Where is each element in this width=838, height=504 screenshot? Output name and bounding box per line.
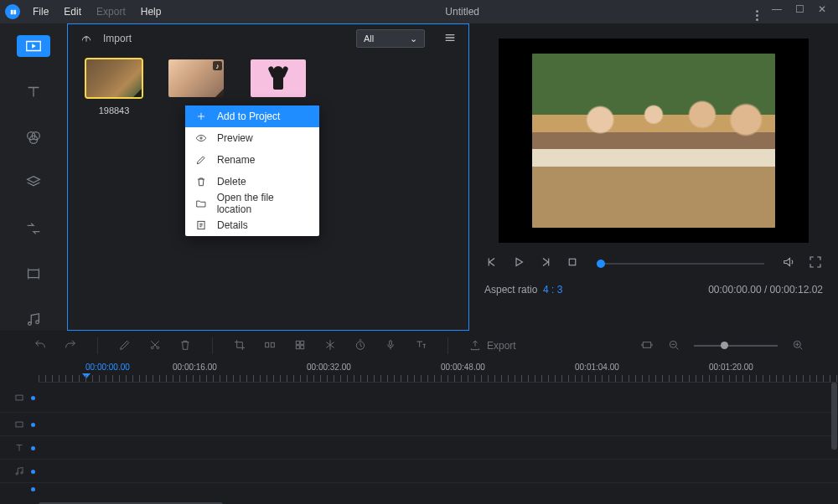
sidebar-filters[interactable] <box>17 126 50 148</box>
preview-pane: Aspect ratio 4 : 3 00:00:00.00 / 00:00:1… <box>469 23 838 331</box>
svg-rect-13 <box>266 342 269 347</box>
play-button[interactable] <box>511 255 526 272</box>
timeline: 00:00:00.00 00:00:16.00 00:00:32.00 00:0… <box>0 361 838 504</box>
export-button[interactable]: Export <box>468 339 516 352</box>
sidebar-elements[interactable] <box>17 263 50 285</box>
split-button[interactable] <box>263 338 277 354</box>
volume-button[interactable] <box>781 255 796 272</box>
prev-frame-button[interactable] <box>484 255 499 272</box>
ctx-add-to-project[interactable]: Add to Project <box>185 105 319 127</box>
menu-export[interactable]: Export <box>89 0 133 23</box>
svg-rect-17 <box>296 345 299 348</box>
zoom-in-button[interactable] <box>791 338 804 354</box>
filter-dropdown[interactable]: All ⌄ <box>356 29 425 48</box>
track-extra[interactable] <box>0 483 838 504</box>
sidebar-overlay[interactable] <box>17 172 50 193</box>
svg-rect-25 <box>16 422 23 427</box>
fit-button[interactable] <box>640 338 654 354</box>
media-thumb-0[interactable]: 198843 <box>86 59 142 116</box>
sidebar-media[interactable] <box>17 35 50 57</box>
sidebar <box>0 23 67 331</box>
cut-button[interactable] <box>148 338 162 354</box>
freeze-button[interactable] <box>323 338 337 354</box>
aspect-label: Aspect ratio <box>484 284 537 296</box>
time-total: 00:00:12.02 <box>770 284 823 296</box>
media-thumb-label: 198843 <box>86 105 142 116</box>
sidebar-transitions[interactable] <box>17 218 50 239</box>
svg-point-26 <box>16 472 18 474</box>
ruler-tick: 00:00:48.00 <box>441 363 485 372</box>
sidebar-audio[interactable] <box>17 309 50 331</box>
redo-button[interactable] <box>64 338 77 354</box>
ruler-tick: 00:01:04.00 <box>575 363 619 372</box>
import-icon[interactable] <box>80 31 93 47</box>
import-button[interactable]: Import <box>103 33 132 44</box>
menu-file[interactable]: File <box>25 0 56 23</box>
track-video-1[interactable] <box>0 383 838 413</box>
app-logo <box>5 4 20 19</box>
svg-rect-14 <box>271 342 274 347</box>
svg-rect-15 <box>296 341 299 344</box>
preview-frame <box>532 54 775 228</box>
menu-edit[interactable]: Edit <box>56 0 89 23</box>
svg-point-6 <box>28 321 32 325</box>
edit-button[interactable] <box>118 338 132 354</box>
minimize-icon[interactable]: ― <box>772 3 782 21</box>
aspect-ratio: Aspect ratio 4 : 3 <box>484 284 562 296</box>
playhead-label: 00:00:00.00 <box>85 363 130 372</box>
zoom-slider[interactable] <box>694 345 778 347</box>
timeline-ruler[interactable]: 00:00:00.00 00:00:16.00 00:00:32.00 00:0… <box>39 361 838 383</box>
ctx-preview[interactable]: Preview <box>185 127 319 149</box>
video-preview[interactable] <box>499 39 809 243</box>
mosaic-button[interactable] <box>293 338 307 354</box>
window-title: Untitled <box>168 6 756 18</box>
ctx-label: Delete <box>217 176 246 188</box>
v-scrollbar[interactable] <box>831 383 837 450</box>
track-audio[interactable] <box>0 460 838 483</box>
svg-rect-18 <box>301 345 304 348</box>
ctx-label: Details <box>217 219 248 231</box>
crop-button[interactable] <box>233 338 246 354</box>
svg-rect-10 <box>569 259 576 265</box>
audio-badge-icon: ♪ <box>213 61 222 70</box>
context-menu: Add to Project Preview Rename Delete Ope… <box>185 105 319 236</box>
svg-rect-16 <box>301 341 304 344</box>
ctx-rename[interactable]: Rename <box>185 149 319 171</box>
voiceover-button[interactable] <box>384 338 397 354</box>
svg-rect-24 <box>16 395 23 400</box>
ctx-delete[interactable]: Delete <box>185 171 319 193</box>
svg-rect-21 <box>643 342 650 347</box>
more-icon[interactable] <box>756 3 758 21</box>
ruler-tick: 00:01:20.00 <box>709 363 753 372</box>
titlebar: File Edit Export Help Untitled ― ☐ ✕ <box>0 0 838 23</box>
edit-toolbar: Export <box>0 331 838 361</box>
preview-slider[interactable] <box>597 263 764 265</box>
ctx-details[interactable]: Details <box>185 214 319 236</box>
ruler-tick: 00:00:16.00 <box>173 363 217 372</box>
stop-button[interactable] <box>565 255 580 272</box>
next-frame-button[interactable] <box>538 255 553 272</box>
duration-button[interactable] <box>354 338 367 354</box>
ctx-open-location[interactable]: Open the file location <box>185 193 319 214</box>
svg-point-8 <box>200 137 202 139</box>
aspect-value: 4 : 3 <box>543 284 562 296</box>
sidebar-text[interactable] <box>17 80 50 102</box>
maximize-icon[interactable]: ☐ <box>795 3 804 21</box>
delete-button[interactable] <box>178 338 192 354</box>
undo-button[interactable] <box>34 338 47 354</box>
svg-rect-0 <box>10 9 13 13</box>
track-video-2[interactable] <box>0 413 838 436</box>
ctx-label: Add to Project <box>217 111 280 122</box>
text-tool-button[interactable] <box>414 338 427 354</box>
close-icon[interactable]: ✕ <box>818 3 826 21</box>
svg-rect-5 <box>28 270 39 278</box>
zoom-out-button[interactable] <box>667 338 680 354</box>
svg-rect-1 <box>13 9 16 13</box>
list-view-icon[interactable] <box>443 31 457 47</box>
fullscreen-button[interactable] <box>808 255 823 272</box>
time-display: 00:00:00.00 / 00:00:12.02 <box>708 284 823 296</box>
menu-help[interactable]: Help <box>133 0 169 23</box>
track-text[interactable] <box>0 436 838 460</box>
ruler-tick: 00:00:32.00 <box>307 363 351 372</box>
ctx-label: Open the file location <box>217 192 309 215</box>
